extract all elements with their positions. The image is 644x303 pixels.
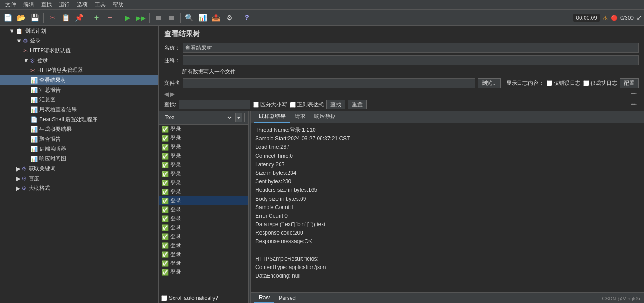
save-button[interactable]: 💾 xyxy=(29,12,41,24)
list-item[interactable]: ✅登录 xyxy=(159,125,248,134)
list-item[interactable]: ✅登录 xyxy=(159,232,248,241)
configure-button[interactable]: 配置 xyxy=(620,78,639,88)
menu-help[interactable]: 帮助 xyxy=(109,0,127,9)
sidebar-item-http-header[interactable]: ✂ HTTP信息头管理器 xyxy=(0,65,158,75)
copy-button[interactable]: 📋 xyxy=(59,12,72,24)
sidebar-item-http-defaults[interactable]: ✂ HTTP请求默认值 xyxy=(0,46,158,55)
case-sensitive-checkbox[interactable] xyxy=(253,102,259,108)
sidebar-item-login-group[interactable]: ▼ ⚙ 登录 xyxy=(0,36,158,46)
sidebar-item-baidu[interactable]: ▶ ⚙ 百度 xyxy=(0,173,158,183)
menu-edit[interactable]: 编辑 xyxy=(20,0,38,9)
list-item[interactable]: ✅登录 xyxy=(159,160,248,169)
menu-tools[interactable]: 工具 xyxy=(91,0,109,9)
add-button[interactable]: + xyxy=(90,12,103,24)
remove-button[interactable]: − xyxy=(104,12,116,24)
regex-checkbox[interactable] xyxy=(290,102,296,108)
tab-request[interactable]: 请求 xyxy=(290,111,310,123)
file-input[interactable] xyxy=(183,78,475,88)
sidebar-item-rough-format[interactable]: ▶ ⚙ 大概格式 xyxy=(0,183,158,193)
help-button[interactable]: ? xyxy=(241,12,253,24)
sidebar-item-summary-report[interactable]: 📊 汇总报告 xyxy=(0,85,158,95)
list-pane: Text HTML JSON XML Regexp Tester ▼ ✅登录✅登… xyxy=(159,111,248,303)
sample-label: 登录 xyxy=(170,179,181,187)
reset-button[interactable]: 重置 xyxy=(348,100,367,109)
sidebar-item-aggregate-report[interactable]: 📊 聚合报告 xyxy=(0,134,158,144)
list-item[interactable]: ✅登录 xyxy=(159,187,248,196)
list-item[interactable]: ✅登录 xyxy=(159,169,248,178)
open-button[interactable]: 📂 xyxy=(15,12,28,24)
sidebar-item-get-keywords[interactable]: ▶ ⚙ 获取关键词 xyxy=(0,164,158,173)
sidebar-item-login-sub[interactable]: ▼ ⚙ 登录 xyxy=(0,55,158,65)
bottom-tab-raw[interactable]: Raw xyxy=(254,294,274,303)
comment-input[interactable] xyxy=(183,55,639,65)
success-icon: ✅ xyxy=(161,189,169,195)
list-item[interactable]: ✅登录 xyxy=(159,241,248,250)
more-dots2[interactable]: ••• xyxy=(631,101,639,108)
pane-handle[interactable] xyxy=(244,113,246,122)
sidebar-item-backend-listener[interactable]: 📊 启端监听器 xyxy=(0,144,158,154)
list-item[interactable]: ✅登录 xyxy=(159,152,248,160)
sidebar-item-view-results[interactable]: 📊 查看结果树 xyxy=(0,75,158,85)
tab-response-data[interactable]: 响应数据 xyxy=(310,111,340,123)
sample-label: 登录 xyxy=(170,188,181,196)
list-item[interactable]: ✅登录 xyxy=(159,134,248,143)
sidebar-item-test-plan[interactable]: ▼ 📋 测试计划 xyxy=(0,26,158,36)
tab-sampler-results[interactable]: 取样器结果 xyxy=(254,111,290,123)
sample-label: 登录 xyxy=(170,197,181,205)
bottom-tab-parsed[interactable]: Parsed xyxy=(274,294,300,302)
expand-arrow[interactable]: ▶ xyxy=(170,90,175,97)
format-select[interactable]: Text HTML JSON XML Regexp Tester xyxy=(161,113,233,122)
sidebar-item-response-time[interactable]: 📊 响应时间图 xyxy=(0,154,158,164)
scroll-auto-checkbox[interactable] xyxy=(161,295,167,301)
menu-options[interactable]: 选项 xyxy=(73,0,91,9)
collapse-arrow[interactable]: ◀ xyxy=(164,90,169,97)
list-item[interactable]: ✅登录 xyxy=(159,250,248,259)
toolbar-right: 00:00:09 ⚠ 🔴 0/300 ⤢ xyxy=(573,13,642,22)
file-row: 文件名 浏览... 显示日志内容： 仅错误日志 仅成功日志 配置 xyxy=(159,77,644,89)
bottom-tabs-row: Raw Parsed xyxy=(251,292,644,303)
browse-button[interactable]: 📊 xyxy=(196,12,209,24)
sidebar-item-generate-summary[interactable]: 📊 生成概要结果 xyxy=(0,124,158,134)
paste-button[interactable]: 📌 xyxy=(73,12,85,24)
sidebar-item-beanshell[interactable]: 📄 BeanShell 后置处理程序 xyxy=(0,114,158,124)
sidebar-item-aggregate-graph[interactable]: 📊 汇总图 xyxy=(0,95,158,105)
list-item[interactable]: ✅登录 xyxy=(159,268,248,277)
more-dots[interactable]: ••• xyxy=(631,91,639,97)
name-input[interactable] xyxy=(183,43,639,53)
sidebar-item-table-results[interactable]: 📊 用表格查看结果 xyxy=(0,105,158,114)
run-selected-button[interactable]: ▶▶ xyxy=(135,12,147,24)
run-button[interactable]: ▶ xyxy=(121,12,134,24)
search-button[interactable]: 查找 xyxy=(326,100,345,109)
list-item[interactable]: ✅登录 xyxy=(159,214,248,223)
success-only-checkbox[interactable] xyxy=(583,80,589,86)
search-input[interactable] xyxy=(179,100,250,109)
menu-find[interactable]: 查找 xyxy=(38,0,55,9)
list-item[interactable]: ✅登录 xyxy=(159,143,248,152)
detail-line: Data type ("text"|"bin"|"")):text xyxy=(255,220,640,229)
list-item[interactable]: ✅登录 xyxy=(159,223,248,232)
log-content-label: 显示日志内容： xyxy=(506,80,544,87)
stop-now-button[interactable]: ⏹ xyxy=(165,12,178,24)
menu-file[interactable]: 文件 xyxy=(2,0,20,9)
list-item[interactable]: ✅登录 xyxy=(159,178,248,187)
listener-icon4: 📊 xyxy=(30,106,38,113)
sidebar-label-baidu: 百度 xyxy=(29,175,39,182)
detail-line: Size in bytes:234 xyxy=(255,169,640,177)
dropdown-arrow[interactable]: ▼ xyxy=(235,113,242,122)
detail-line: Response message:OK xyxy=(255,237,640,246)
sidebar-label-http-header: HTTP信息头管理器 xyxy=(37,67,83,74)
list-item[interactable]: ✅登录 xyxy=(159,205,248,214)
error-only-checkbox[interactable] xyxy=(547,80,552,86)
sidebar-label-table-results: 用表格查看结果 xyxy=(39,106,77,114)
new-button[interactable]: 📄 xyxy=(2,12,14,24)
list-item[interactable]: ✅登录 xyxy=(159,196,248,205)
settings-button[interactable]: ⚙ xyxy=(223,12,236,24)
error-count: 🔴 xyxy=(611,15,618,21)
export-button[interactable]: 📤 xyxy=(210,12,222,24)
browse-button[interactable]: 浏览... xyxy=(478,78,501,88)
menu-run[interactable]: 运行 xyxy=(55,0,73,9)
stop-button[interactable]: ⏹ xyxy=(152,12,165,24)
list-item[interactable]: ✅登录 xyxy=(159,259,248,268)
cut-button[interactable]: ✂ xyxy=(46,12,59,24)
clear-button[interactable]: 🔍 xyxy=(183,12,195,24)
